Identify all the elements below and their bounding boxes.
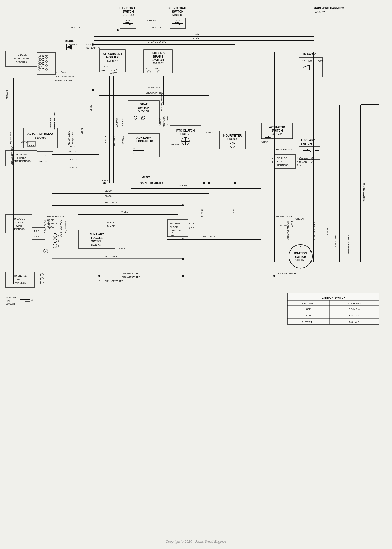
svg-text:3: 3 [300,157,301,160]
ignition-switch-part: 5100021 [295,258,306,262]
lh-neutral-switch-label2: SWITCH [122,10,134,13]
svg-text:NO: NO [126,19,130,22]
svg-text:HARNESS: HARNESS [277,164,289,166]
attachment-module-part: 5163847 [107,59,118,62]
svg-text:BLACK: BLACK [69,166,77,169]
svg-text:& LAMP: & LAMP [14,221,23,224]
to-fuse-block-1-label: TO FUSE [277,157,287,160]
svg-text:5101624: 5101624 [6,303,15,305]
svg-text:YELLOW: YELLOW [116,118,118,128]
svg-text:ORANGE 14 GA.: ORANGE 14 GA. [148,41,166,43]
to-gauge-label: TO GAUGE [13,218,25,220]
svg-text:ORANGE/WHITE: ORANGE/WHITE [278,272,297,275]
svg-text:BLACK: BLACK [105,190,112,192]
svg-text:BLUE: BLUE [90,105,92,111]
svg-text:GRAY: GRAY [271,157,274,163]
svg-text:GRAY: GRAY [310,157,313,163]
svg-text:⊕: ⊕ [57,245,60,247]
svg-point-277 [203,182,205,184]
auxilary-toggle-part: 5021734 [91,243,102,246]
svg-text:RED 12 GA.: RED 12 GA. [105,201,118,204]
svg-text:1 2 3: 1 2 3 [34,230,39,233]
svg-text:ORANGE/WHITE: ORANGE/WHITE [10,146,13,165]
svg-text:WHITE/GREEN: WHITE/GREEN [47,215,64,218]
ignition-table-title: IGNITION SWITCH [321,296,345,299]
ignition-row3-pos: 3. START [302,321,312,324]
svg-text:NO: NO [308,60,312,63]
actuator-switch-part: 5021734 [272,132,283,135]
svg-text:LT. AY: LT. AY [291,221,293,228]
svg-text:GREEN/RED: GREEN/RED [67,131,70,145]
svg-point-87 [29,145,30,146]
svg-text:SCHEMATIC: SCHEMATIC [86,47,100,49]
actuator-relay-part: 5100980 [35,136,46,139]
svg-text:+: + [133,146,135,150]
seat-switch-part: 5022094 [138,110,149,113]
svg-text:ORANGE/WHITE: ORANGE/WHITE [122,272,140,275]
svg-text:ATTACHMENT: ATTACHMENT [14,57,30,60]
svg-text:GREEN: GREEN [47,219,55,222]
svg-text:HARNESS: HARNESS [170,229,181,232]
svg-text:ORANGE/GREEN: ORANGE/GREEN [287,221,290,240]
to-deck-label: TO DECK [16,54,27,56]
svg-text:ORANGE/WHITE: ORANGE/WHITE [64,220,67,238]
svg-point-156 [208,182,210,184]
svg-text:GRAY: GRAY [193,37,199,39]
auxilary-toggle-label: AUXILARY [89,233,104,236]
svg-text:NO: NO [155,67,159,70]
svg-rect-0 [0,0,392,549]
svg-text:ORANGE/WHITE: ORANGE/WHITE [105,280,123,282]
to-fuse-block-2-label: TO FUSE [170,222,180,225]
svg-text:-: - [133,152,134,155]
svg-text:TAN/BLACK: TAN/BLACK [44,220,47,233]
svg-text:BROWN: BROWN [152,26,162,29]
svg-text:GRAY: GRAY [261,140,268,143]
svg-point-279 [273,275,275,277]
svg-text:B: B [310,250,311,253]
svg-text:RED 12 GA.: RED 12 GA. [334,235,337,248]
svg-text:BLACK: BLACK [69,158,77,161]
svg-text:GRAY: GRAY [206,131,213,134]
svg-text:A: A [300,245,302,248]
lh-neutral-switch-part: 5101589 [123,13,134,16]
svg-text:NC: NC [302,60,305,63]
svg-text:ORANGE/WHITE: ORANGE/WHITE [347,235,350,254]
svg-point-283 [182,258,184,260]
ignition-col1-header: POSITION [301,302,313,305]
svg-point-292 [177,22,179,24]
svg-text:COM: COM [318,60,323,63]
svg-text:TAN/BLACK: TAN/BLACK [148,86,160,89]
svg-text:BLUE/: BLUE/ [110,69,117,72]
svg-text:4: 4 [300,164,301,166]
svg-text:NC: NC [146,67,149,70]
pto-switch-label: PTO Switch [301,52,316,55]
actuator-relay-label: ACTUATOR RELAY [27,132,54,135]
svg-text:BLACK: BLACK [118,247,125,250]
svg-text:1 2 3 4: 1 2 3 4 [39,154,47,157]
svg-text:BLACK: BLACK [107,221,115,224]
svg-text:& TIMER: & TIMER [17,156,26,159]
svg-text:SWITCH: SWITCH [271,129,283,132]
ignition-row2-circuit: B & L & A [349,314,359,317]
svg-text:SWITCH: SWITCH [91,240,102,243]
svg-text:5: 5 [297,164,298,166]
svg-text:GRAY: GRAY [193,33,199,35]
hourmeter-part: 5100996 [227,137,238,140]
watermark: Jacks [142,175,151,178]
svg-text:WIRE HARNESS: WIRE HARNESS [12,160,31,162]
svg-text:TOGGLE: TOGGLE [91,236,103,239]
svg-point-89 [33,145,34,146]
svg-text:M: M [290,259,292,262]
ignition-row1-pos: 1. OFF [303,308,311,310]
actuator-switch-label: ACTUATOR [269,126,285,129]
svg-text:SWITCH: SWITCH [295,255,306,258]
auxilary-connector-label: AUXILARY [136,136,151,139]
parking-brake-label: PARKING [152,52,165,55]
svg-point-291 [127,22,129,24]
svg-text:BLACK: BLACK [104,136,107,144]
svg-text:1 2 3: 1 2 3 [189,222,194,225]
ignition-row1-circuit: G & M & A [349,308,360,310]
ignition-row2-pos: 2. RUN [303,314,311,317]
svg-text:BLUE: BLUE [80,128,83,134]
svg-text:HARNESS: HARNESS [13,228,25,230]
